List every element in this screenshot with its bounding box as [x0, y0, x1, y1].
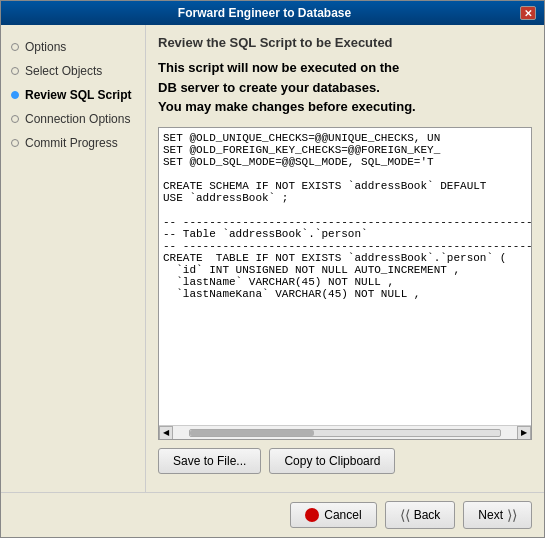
horizontal-scrollbar[interactable]: ◀ ▶: [159, 425, 531, 439]
description-line2: DB server to create your databases.: [158, 78, 532, 98]
sidebar-label-review-sql: Review SQL Script: [25, 88, 131, 102]
sidebar-label-options: Options: [25, 40, 66, 54]
cancel-icon: [305, 508, 319, 522]
back-arrow-icon: ⟨⟨: [400, 507, 410, 523]
sidebar-item-select-objects[interactable]: Select Objects: [1, 59, 145, 83]
main-description: This script will now be executed on the …: [158, 58, 532, 117]
sidebar-item-commit-progress[interactable]: Commit Progress: [1, 131, 145, 155]
sidebar: Options Select Objects Review SQL Script…: [1, 25, 146, 492]
next-button[interactable]: Next ⟩⟩: [463, 501, 532, 529]
next-label: Next: [478, 508, 503, 522]
cancel-button[interactable]: Cancel: [290, 502, 376, 528]
bottom-bar: Cancel ⟨⟨ Back Next ⟩⟩: [1, 492, 544, 537]
description-line3: You may make changes before executing.: [158, 97, 532, 117]
scrollbar-thumb-h[interactable]: [190, 430, 314, 436]
action-buttons: Save to File... Copy to Clipboard: [158, 448, 532, 474]
title-bar: Forward Engineer to Database ✕: [1, 1, 544, 25]
cancel-label: Cancel: [324, 508, 361, 522]
sidebar-dot-connection-options: [11, 115, 19, 123]
sql-content[interactable]: SET @OLD_UNIQUE_CHECKS=@@UNIQUE_CHECKS, …: [159, 128, 531, 426]
sidebar-dot-select-objects: [11, 67, 19, 75]
sql-container: SET @OLD_UNIQUE_CHECKS=@@UNIQUE_CHECKS, …: [158, 127, 532, 441]
sidebar-label-commit-progress: Commit Progress: [25, 136, 118, 150]
scroll-left-arrow[interactable]: ◀: [159, 426, 173, 440]
close-button[interactable]: ✕: [520, 6, 536, 20]
sidebar-item-options[interactable]: Options: [1, 35, 145, 59]
sidebar-dot-options: [11, 43, 19, 51]
sidebar-dot-review-sql: [11, 91, 19, 99]
copy-to-clipboard-button[interactable]: Copy to Clipboard: [269, 448, 395, 474]
sidebar-dot-commit-progress: [11, 139, 19, 147]
main-title: Review the SQL Script to be Executed: [158, 35, 532, 50]
save-to-file-button[interactable]: Save to File...: [158, 448, 261, 474]
window-title: Forward Engineer to Database: [9, 6, 520, 20]
back-button[interactable]: ⟨⟨ Back: [385, 501, 456, 529]
main-window: Forward Engineer to Database ✕ Options S…: [0, 0, 545, 538]
sidebar-label-connection-options: Connection Options: [25, 112, 130, 126]
scroll-right-arrow[interactable]: ▶: [517, 426, 531, 440]
main-panel: Review the SQL Script to be Executed Thi…: [146, 25, 544, 492]
scrollbar-track-h: [189, 429, 501, 437]
sidebar-item-review-sql[interactable]: Review SQL Script: [1, 83, 145, 107]
back-label: Back: [414, 508, 441, 522]
description-line1: This script will now be executed on the: [158, 58, 532, 78]
content-area: Options Select Objects Review SQL Script…: [1, 25, 544, 492]
next-arrow-icon: ⟩⟩: [507, 507, 517, 523]
sidebar-label-select-objects: Select Objects: [25, 64, 102, 78]
sidebar-item-connection-options[interactable]: Connection Options: [1, 107, 145, 131]
